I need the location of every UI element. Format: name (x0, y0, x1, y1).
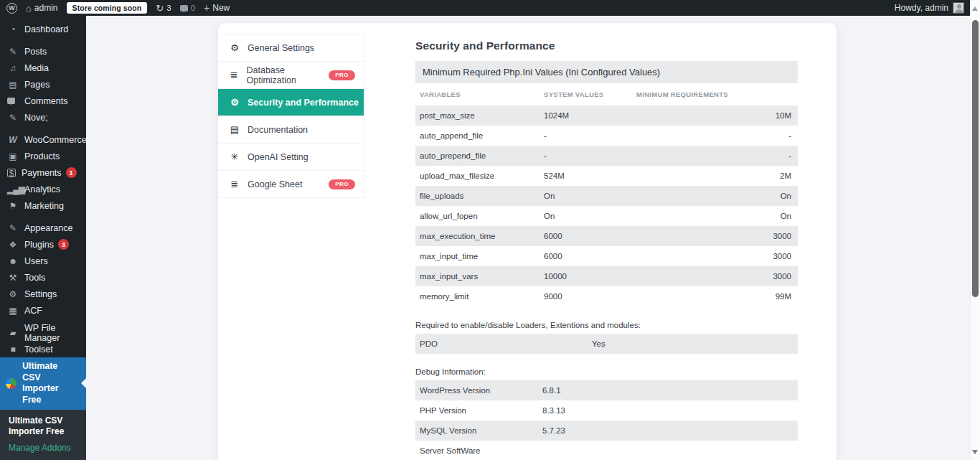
sidebar-item-label: Posts (24, 47, 47, 57)
sidebar-menu: ◔ Dashboard ✎ Posts ♫ Media ▤ Pages Comm… (0, 21, 86, 410)
debug-key: Server SoftWare (420, 446, 542, 455)
sidebar-item-label: WP File Manager (24, 323, 86, 343)
sidebar-item[interactable]: ♫ Media (0, 60, 86, 76)
settings-nav-label: Security and Performance (248, 98, 359, 108)
minimum-requirement: 10M (636, 111, 791, 120)
settings-nav-item[interactable]: ⚙ Security and Performance (218, 89, 364, 116)
sidebar-item-label: Ultimate CSV Importer Free (22, 361, 76, 406)
system-value: - (544, 131, 636, 140)
scrollbar-thumb[interactable] (972, 20, 979, 297)
system-value: 6000 (544, 252, 636, 260)
system-value: 6000 (544, 232, 636, 240)
sidebar-item[interactable]: ▣ Products (0, 148, 86, 164)
new-menu[interactable]: + New (204, 3, 230, 13)
scroll-down-arrow-icon[interactable] (972, 450, 978, 457)
wordpress-logo-icon[interactable]: W (6, 3, 17, 14)
sidebar-item[interactable]: ▤ Pages (0, 76, 86, 93)
sidebar-item[interactable]: ⚒ Tools (0, 269, 86, 286)
variable-name: file_uploads (420, 192, 544, 200)
sidebar-item[interactable]: ❖ Plugins 3 (0, 236, 86, 253)
sidebar-item[interactable]: ■ Toolset (0, 341, 86, 357)
sidebar-item[interactable]: Comments (0, 93, 86, 109)
settings-nav-item[interactable]: ≣ Google Sheet PRO (218, 171, 364, 198)
table-row: WordPress Version 6.8.1 (415, 380, 798, 400)
comment-bubble-icon (180, 5, 188, 11)
sidebar-item-label: Appearance (24, 223, 72, 233)
loaders-label: Required to enable/disable Loaders, Exte… (415, 321, 798, 329)
plugin-submenu: Ultimate CSV Importer Free Manage Addons (0, 410, 86, 460)
system-value: On (544, 212, 636, 220)
table-row: memory_limit 9000 99M (415, 286, 798, 306)
admin-bar-left: W ⌂ admin Store coming soon ↻ 3 0 + New (0, 2, 230, 14)
sidebar-item[interactable]: ▰ WP File Manager (0, 324, 86, 341)
sidebar-item-label: Users (24, 256, 48, 266)
debug-table: WordPress Version 6.8.1 PHP Version 8.3.… (415, 380, 798, 460)
table-row: auto_prepend_file - - (415, 146, 798, 166)
table-row: Server SoftWare (415, 441, 798, 460)
page-title: Security and Performance (415, 39, 798, 52)
settings-nav-label: Google Sheet (248, 179, 302, 189)
sidebar-item-label: Plugins (24, 240, 54, 250)
settings-nav-item[interactable]: ≣ Database Optimization PRO (218, 62, 364, 89)
phpini-table: post_max_size 1024M 10M auto_append_file… (415, 105, 798, 306)
sidebar-item-label: Settings (24, 289, 57, 299)
admin-bar-right: Howdy, admin (895, 2, 970, 14)
settings-nav-item[interactable]: ✳ OpenAI Setting (218, 144, 364, 171)
scroll-up-arrow-icon[interactable] (972, 4, 978, 11)
sidebar-item[interactable]: ▂▄▆ Analytics (0, 181, 86, 197)
sidebar-item[interactable]: ✎ Nove; (0, 109, 86, 126)
appearance-icon: ✎ (7, 224, 19, 233)
system-value: 1024M (544, 111, 636, 120)
user-avatar[interactable] (953, 2, 964, 14)
sidebar-item[interactable]: ⚑ Marketing (0, 197, 86, 214)
csv-icon (6, 378, 17, 389)
sidebar-item-label: Payments (22, 168, 62, 178)
minimum-requirement: - (636, 151, 791, 160)
table-row: max_execution_time 6000 3000 (415, 226, 798, 246)
sidebar-item[interactable]: ⚙ Settings (0, 286, 86, 302)
admin-sidebar: ◔ Dashboard ✎ Posts ♫ Media ▤ Pages Comm… (0, 16, 86, 460)
table-row: PDO Yes (415, 334, 798, 354)
howdy-text[interactable]: Howdy, admin (895, 3, 948, 13)
table-row: upload_max_filesize 524M 2M (415, 166, 798, 186)
sidebar-item-label: ACF (24, 306, 42, 316)
notification-badge: 3 (58, 239, 69, 250)
acf-icon: ▦ (7, 306, 19, 315)
comments-menu[interactable]: 0 (180, 4, 195, 12)
media-icon: ♫ (7, 64, 19, 72)
col-system-values: SYSTEM VALUES (544, 90, 636, 98)
settings-nav-label: Documentation (248, 125, 308, 135)
updates-menu[interactable]: ↻ 3 (156, 4, 171, 13)
products-icon: ▣ (7, 152, 19, 161)
phpini-column-headers: VARIABLES SYSTEM VALUES MINIMUM REQUIREM… (415, 83, 798, 105)
sidebar-item[interactable]: ✎ Appearance (0, 220, 86, 236)
sidebar-item[interactable]: ✎ Posts (0, 43, 86, 60)
comments-count: 0 (191, 4, 195, 12)
minimum-requirement: 3000 (636, 272, 791, 281)
sidebar-item[interactable]: ▦ ACF (0, 302, 86, 319)
settings-nav-item[interactable]: ⚙ General Settings (218, 34, 364, 62)
coming-soon-badge[interactable]: Store coming soon (67, 2, 148, 14)
settings-nav-label: General Settings (248, 43, 314, 53)
page-scrollbar[interactable] (970, 0, 980, 460)
variable-name: max_execution_time (420, 232, 544, 240)
sidebar-item-label: Comments (24, 96, 67, 106)
gear-outline-icon: ⚙ (229, 98, 240, 107)
minimum-requirement: On (636, 192, 791, 200)
table-row: max_input_time 6000 3000 (415, 246, 798, 266)
debug-key: WordPress Version (420, 386, 542, 395)
site-menu[interactable]: ⌂ admin (26, 3, 58, 14)
sidebar-item[interactable]: W WooCommerce (0, 131, 86, 148)
database-icon: ≣ (229, 70, 240, 80)
submenu-item-manage-addons[interactable]: Manage Addons (9, 443, 80, 453)
submenu-item-importer[interactable]: Ultimate CSV Importer Free (9, 416, 80, 437)
minimum-requirement: 3000 (636, 252, 791, 260)
sidebar-item[interactable]: Ultimate CSV Importer Free (0, 357, 86, 410)
sidebar-item[interactable]: ☻ Users (0, 253, 86, 269)
sidebar-item[interactable]: $ Payments 1 (0, 164, 86, 181)
users-icon: ☻ (7, 257, 19, 266)
sidebar-item[interactable]: ◔ Dashboard (0, 21, 86, 37)
col-minimum-requirements: MINIMUM REQUIREMENTS (636, 90, 791, 98)
settings-nav-item[interactable]: ▤ Documentation (218, 116, 364, 144)
settings-nav-label: Database Optimization (247, 65, 329, 85)
